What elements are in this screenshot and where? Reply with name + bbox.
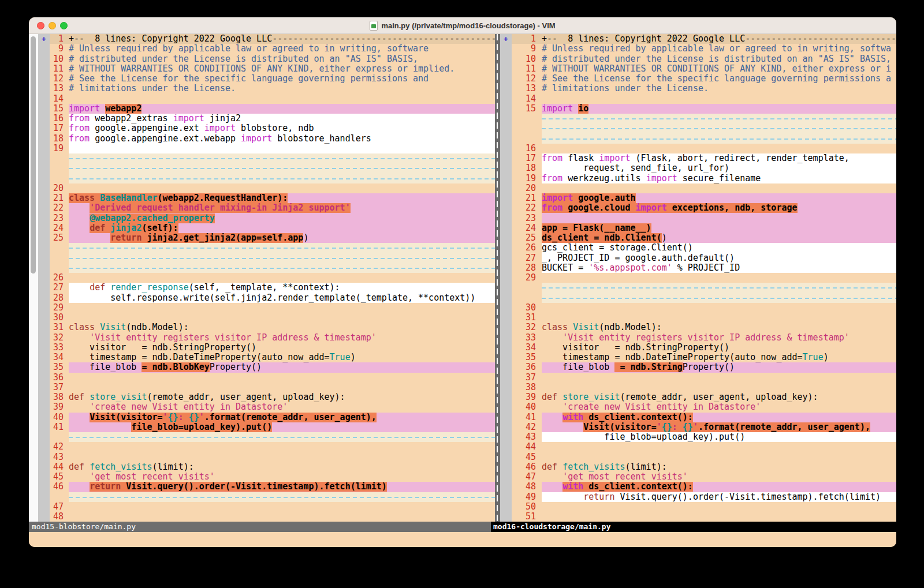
line-text: @webapp2.cached_property — [69, 214, 495, 223]
line-number: 41 — [50, 422, 69, 432]
line-number: 51 — [512, 512, 542, 522]
line-number: 29 — [50, 303, 69, 313]
line-number: 39 — [50, 402, 69, 412]
line-number: 46 — [50, 482, 69, 492]
diff-pane-left: + 1+-- 8 lines: Copyright 2022 Google LL… — [38, 34, 495, 522]
editor-area: + 1+-- 8 lines: Copyright 2022 Google LL… — [29, 34, 896, 522]
title-bar[interactable]: main.py (/private/tmp/mod16-cloudstorage… — [29, 17, 896, 34]
line-number: 16 — [50, 114, 69, 123]
line-number: 26 — [50, 273, 69, 283]
scrollbar-thumb[interactable] — [31, 36, 36, 274]
line-number: 12 — [512, 74, 542, 84]
zoom-button[interactable] — [60, 22, 68, 29]
line-number: 11 — [512, 64, 542, 74]
statusline-inactive[interactable]: mod15-blobstore/main.py — [29, 522, 491, 532]
line-number: 13 — [512, 84, 542, 93]
code-line: 40 'create new Visit entity in Datastore… — [512, 402, 896, 412]
command-line[interactable] — [29, 532, 896, 547]
fold-plus-icon[interactable]: + — [42, 35, 46, 43]
line-text: def store_visit(remote_addr, user_agent,… — [69, 392, 495, 402]
statusline-active[interactable]: mod16-cloudstorage/main.py — [491, 522, 896, 532]
code-line: 38def store_visit(remote_addr, user_agen… — [50, 392, 495, 402]
line-text: file_blob=upload_key).put() — [69, 422, 495, 432]
code-line: 9# Unless required by applicable law or … — [50, 44, 495, 54]
line-number: 10 — [50, 54, 69, 64]
line-text: import webapp2 — [69, 104, 495, 114]
code-line: 16 — [512, 144, 896, 153]
line-number: 9 — [512, 44, 542, 54]
fold-plus-icon[interactable]: + — [504, 35, 508, 43]
line-text: 'Visit entity registers visitor IP addre… — [542, 333, 896, 343]
line-text: import io — [542, 104, 896, 114]
line-text: from google.appengine.ext import blobsto… — [69, 123, 495, 133]
code-line: 25ds_client = ndb.Client() — [512, 233, 896, 243]
line-text — [542, 442, 896, 452]
line-text: +-- 8 lines: Copyright 2022 Google LLC--… — [69, 34, 495, 44]
line-number: 27 — [512, 253, 542, 263]
code-line: 51 — [512, 512, 896, 522]
line-text: # limitations under the License. — [542, 84, 896, 93]
line-number: 17 — [512, 153, 542, 163]
code-line: 11# WITHOUT WARRANTIES OR CONDITIONS OF … — [512, 64, 896, 74]
code-area[interactable]: 1+-- 8 lines: Copyright 2022 Google LLC-… — [512, 34, 896, 522]
line-number — [512, 134, 542, 144]
line-number: 15 — [512, 104, 542, 114]
line-text: class Visit(ndb.Model): — [69, 323, 495, 332]
line-number: 20 — [50, 183, 69, 193]
line-text: class BaseHandler(webapp2.RequestHandler… — [69, 193, 495, 203]
code-line: 44def fetch_visits(limit): — [50, 462, 495, 472]
code-line: 22from google.cloud import exceptions, n… — [512, 203, 896, 213]
line-text: from google.appengine.ext.webapp import … — [69, 134, 495, 144]
line-text — [69, 432, 495, 442]
line-text — [542, 214, 896, 223]
line-text — [542, 373, 896, 383]
line-number: 24 — [50, 223, 69, 233]
window-divider[interactable] — [495, 34, 500, 522]
minimize-button[interactable] — [49, 22, 56, 29]
line-number — [50, 174, 69, 183]
close-button[interactable] — [37, 22, 44, 29]
line-text: 'get most recent visits' — [542, 472, 896, 482]
code-line: 27_, PROJECT_ID = google.auth.default() — [512, 253, 896, 263]
code-line: 16from webapp2_extras import jinja2 — [50, 114, 495, 123]
line-number: 24 — [512, 223, 542, 233]
line-number — [50, 432, 69, 442]
code-line: 29 — [512, 273, 896, 283]
code-line: 18from google.appengine.ext.webapp impor… — [50, 134, 495, 144]
line-number: 39 — [512, 392, 542, 402]
code-line: 12# See the License for the specific lan… — [50, 74, 495, 84]
fold-column: + — [38, 34, 50, 522]
line-text — [542, 502, 896, 512]
code-line: 45 'get most recent visits' — [50, 472, 495, 482]
line-text: with ds_client.context(): — [542, 413, 896, 422]
window-title: main.py (/private/tmp/mod16-cloudstorage… — [381, 21, 555, 30]
code-line: 20 — [512, 183, 896, 193]
vim-window: main.py (/private/tmp/mod16-cloudstorage… — [29, 17, 896, 547]
line-number — [50, 263, 69, 273]
line-number: 19 — [50, 144, 69, 153]
code-line: 43 — [50, 452, 495, 462]
line-number: 28 — [50, 293, 69, 303]
code-line: 47 'get most recent visits' — [512, 472, 896, 482]
line-number: 33 — [50, 343, 69, 353]
line-text — [69, 502, 495, 512]
code-area[interactable]: 1+-- 8 lines: Copyright 2022 Google LLC-… — [50, 34, 495, 522]
code-line: 42 Visit(visitor='{}: {}'.format(remote_… — [512, 422, 896, 432]
scrollbar-track-left[interactable] — [29, 34, 38, 522]
line-number — [50, 153, 69, 163]
line-text — [542, 452, 896, 462]
line-text — [542, 383, 896, 392]
line-text: +-- 8 lines: Copyright 2022 Google LLC--… — [542, 34, 896, 44]
line-number — [512, 123, 542, 133]
line-number: 18 — [512, 163, 542, 173]
line-number: 25 — [512, 233, 542, 243]
line-number: 14 — [512, 94, 542, 104]
line-number — [50, 492, 69, 502]
line-number: 46 — [512, 462, 542, 472]
diff-filler-line — [512, 134, 896, 144]
line-text — [542, 273, 896, 283]
code-line: 26gcs_client = storage.Client() — [512, 243, 896, 253]
line-text — [542, 94, 896, 104]
line-number: 9 — [50, 44, 69, 54]
code-line: 36 file_blob = ndb.StringProperty() — [512, 362, 896, 372]
